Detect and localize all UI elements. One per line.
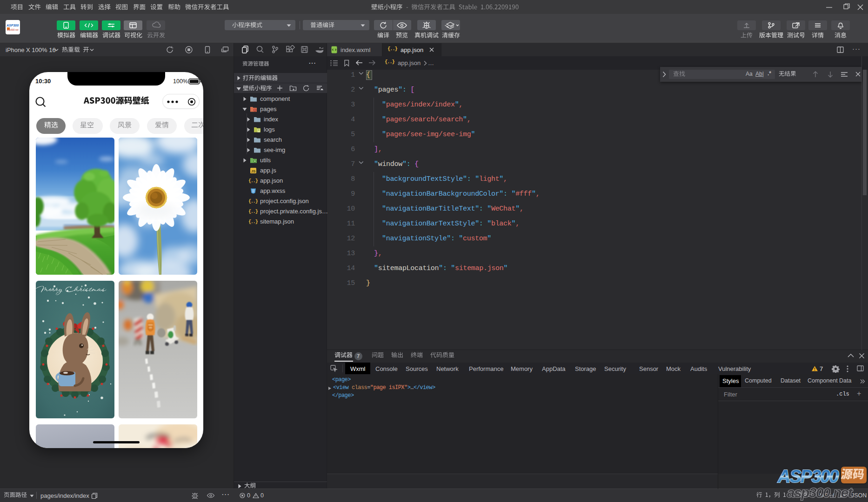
svg-text:asp300.net: asp300.net: [787, 485, 854, 500]
svg-text:JS: JS: [251, 169, 256, 173]
